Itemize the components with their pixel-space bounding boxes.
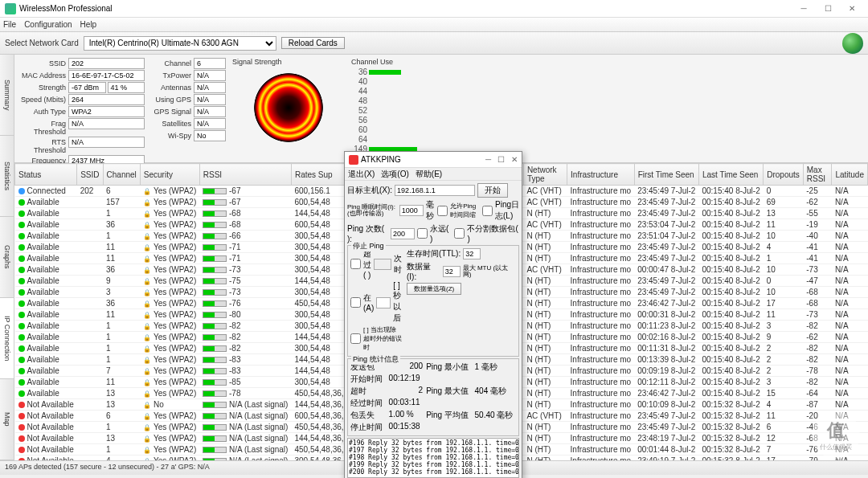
col-header[interactable]: First Time Seen <box>634 164 698 186</box>
sat-value: N/A <box>194 118 226 129</box>
away-check[interactable] <box>350 333 361 344</box>
signal-radar <box>248 67 329 148</box>
network-card-label: Select Network Card <box>5 39 79 47</box>
dlg-menu-options[interactable]: 选项(O) <box>381 169 408 180</box>
dialog-menu: 退出(X) 选项(O) 帮助(E) <box>345 168 522 181</box>
menu-file[interactable]: File <box>3 20 16 29</box>
toolbar: Select Network Card Intel(R) Centrino(R)… <box>0 32 868 55</box>
ttl-input[interactable] <box>463 248 481 259</box>
col-header[interactable]: Security <box>140 164 199 186</box>
tab-statistics[interactable]: Statistics <box>0 136 14 217</box>
menu-help[interactable]: Help <box>80 20 97 29</box>
always-check[interactable] <box>417 228 428 239</box>
titlebar: WirelessMon Professional ─ ☐ ✕ <box>0 0 868 18</box>
tab-ip-connection[interactable]: IP Connection <box>0 298 14 379</box>
allow-ping-check[interactable] <box>437 206 448 216</box>
wispy-value: No <box>194 130 226 141</box>
col-header[interactable]: Dropouts <box>764 164 804 186</box>
tab-map[interactable]: Map <box>0 379 14 460</box>
ping-interval-input[interactable] <box>399 205 424 216</box>
dialog-title: ATKKPING <box>361 155 401 164</box>
target-label: 目标主机(X): <box>347 185 392 196</box>
col-header[interactable]: Latitude <box>832 164 868 186</box>
dialog-minimize[interactable]: ─ <box>485 155 491 164</box>
dlg-menu-exit[interactable]: 退出(X) <box>348 169 375 180</box>
ping-log-check[interactable] <box>482 206 493 216</box>
rts-value: N/A <box>68 137 145 148</box>
dialog-close[interactable]: ✕ <box>511 155 518 164</box>
mac-value: 16-6E-97-17-C5-02 <box>68 70 145 81</box>
txpower-value: N/A <box>194 70 226 81</box>
window-title: WirelessMon Professional <box>19 4 113 13</box>
col-header[interactable]: Max RSSI <box>803 164 832 186</box>
dlg-menu-help[interactable]: 帮助(E) <box>416 169 442 180</box>
start-button[interactable]: 开始 <box>477 183 508 198</box>
data-choices-button[interactable]: 数据量选项(Z) <box>407 283 461 295</box>
col-header[interactable]: Network Type <box>523 164 567 186</box>
tab-summary[interactable]: Summary <box>0 55 14 136</box>
ping-log[interactable]: #196 Reply 32 bytes from 192.168.1.1. ti… <box>347 438 519 478</box>
col-header[interactable]: SSID <box>77 164 103 186</box>
app-icon <box>5 3 16 14</box>
when-check[interactable] <box>350 259 361 269</box>
channel-value: 6 <box>194 58 226 69</box>
gpssig-value: N/A <box>194 106 226 117</box>
speed-value: 264 <box>68 94 145 105</box>
col-header[interactable]: Status <box>15 164 77 186</box>
gps-value: N/A <box>194 94 226 105</box>
strength-dbm: -67 dBm <box>68 82 106 93</box>
network-card-select[interactable]: Intel(R) Centrino(R) Ultimate-N 6300 AGN <box>84 36 276 51</box>
watermark: 值 什么值得买 <box>812 411 860 459</box>
target-input[interactable] <box>395 185 475 196</box>
tab-graphs[interactable]: Graphs <box>0 217 14 298</box>
mtu-input[interactable] <box>443 266 461 277</box>
strength-pct: 41 % <box>108 82 145 93</box>
col-header[interactable]: Infrastructure <box>567 164 635 186</box>
close-button[interactable]: ✕ <box>841 2 863 16</box>
signal-strength-title: Signal Strength <box>232 58 345 66</box>
channel-use-title: Channel Use <box>351 58 865 66</box>
dialog-titlebar[interactable]: ATKKPING ─☐✕ <box>345 152 522 168</box>
col-header[interactable]: Last Time Seen <box>698 164 763 186</box>
ssid-value: 202 <box>68 58 145 69</box>
frag-value: N/A <box>68 118 145 129</box>
col-header[interactable]: RSSI <box>199 164 291 186</box>
menu-configuration[interactable]: Configuration <box>24 20 72 29</box>
nosplit-check[interactable] <box>454 228 465 239</box>
maximize-button[interactable]: ☐ <box>817 2 839 16</box>
stats-group: Ping 统计信息 发送包200Ping 最小值1 毫秒 开始时间00:12:1… <box>347 358 519 436</box>
atkkping-dialog: ATKKPING ─☐✕ 退出(X) 选项(O) 帮助(E) 目标主机(X): … <box>344 151 522 478</box>
col-header[interactable]: Channel <box>103 164 140 186</box>
ping-interval-label: Ping 睡眠时间(I): (也即传输器) <box>347 204 397 217</box>
ping-count-input[interactable] <box>391 228 415 239</box>
reload-cards-button[interactable]: Reload Cards <box>281 37 345 49</box>
minimize-button[interactable]: ─ <box>792 2 815 16</box>
stop-ping-group: 停止 Ping 超过( )次时 在 (A)[ ] 秒以后 [ ] 当出现除超时外… <box>347 245 519 357</box>
dialog-maximize[interactable]: ☐ <box>497 155 505 164</box>
top-panel: SSID202 MAC Address16-6E-97-17-C5-02 Str… <box>14 55 868 163</box>
when-input[interactable] <box>374 259 391 270</box>
radio-info: Channel6 TxPowerN/A AntennasN/A Using GP… <box>151 58 226 159</box>
dialog-icon <box>349 155 358 165</box>
at-check[interactable] <box>350 297 361 308</box>
side-tabs: Summary Statistics Graphs IP Connection … <box>0 55 14 460</box>
globe-icon[interactable] <box>842 33 863 54</box>
connection-info: SSID202 MAC Address16-6E-97-17-C5-02 Str… <box>18 58 145 159</box>
menubar: File Configuration Help <box>0 18 868 32</box>
antennas-value: N/A <box>194 82 226 93</box>
auth-value: WPA2 <box>68 106 145 117</box>
